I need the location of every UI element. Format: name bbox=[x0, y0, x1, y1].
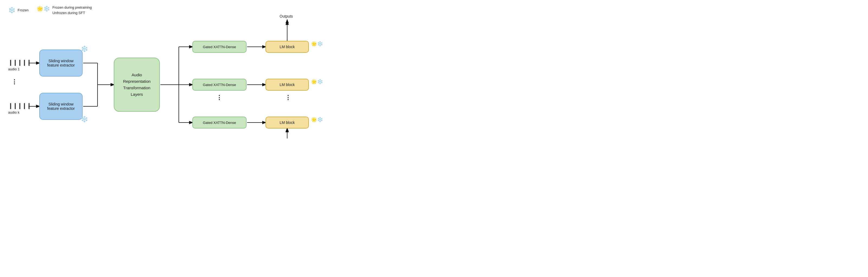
snowflake-sw2: ❄️ bbox=[81, 116, 88, 123]
waveform-audiok: ❙❙❙❙❙ bbox=[8, 102, 31, 109]
legend: ❄️ Frozen 🌟❄️ Frozen during pretrainingU… bbox=[8, 5, 92, 15]
sw-box-1: Sliding window feature extractor bbox=[39, 49, 83, 76]
audiok-label: audio k bbox=[8, 110, 20, 114]
lm-box-1: LM block bbox=[266, 41, 309, 53]
legend-frozen-pretrain: 🌟❄️ Frozen during pretrainingUnfrozen du… bbox=[37, 5, 92, 15]
gated-box-1: Gated XATTN-Dense bbox=[192, 41, 247, 53]
waveform-audio1: ❙❙❙❙❙ bbox=[8, 59, 31, 66]
frozen-pretrain-label: Frozen during pretrainingUnfrozen during… bbox=[52, 5, 92, 15]
lm-box-2: LM block bbox=[266, 79, 309, 91]
diagram: ❄️ Frozen 🌟❄️ Frozen during pretrainingU… bbox=[0, 0, 434, 139]
lm-box-3-label: LM block bbox=[280, 120, 295, 125]
snowflake-sw1: ❄️ bbox=[81, 45, 88, 53]
art-box-label: Audio Representation Transformation Laye… bbox=[123, 72, 151, 98]
frozen-icon: ❄️ bbox=[8, 7, 16, 14]
gated-box-1-label: Gated XATTN-Dense bbox=[203, 45, 236, 49]
sw-box-2-label: Sliding window feature extractor bbox=[47, 102, 75, 111]
art-box: Audio Representation Transformation Laye… bbox=[114, 58, 160, 112]
audio1-label: audio 1 bbox=[8, 67, 20, 71]
fire-snowflake-lm2: 🌟❄️ bbox=[311, 79, 323, 85]
fire-snowflake-lm1: 🌟❄️ bbox=[311, 41, 323, 47]
gated-box-2-label: Gated XATTN-Dense bbox=[203, 83, 236, 87]
dots-lm: ⋮ bbox=[285, 94, 291, 101]
outputs-label: Outputs bbox=[280, 14, 293, 19]
gated-box-3-label: Gated XATTN-Dense bbox=[203, 120, 236, 125]
gated-box-2: Gated XATTN-Dense bbox=[192, 79, 247, 91]
fire-snowflake-lm3: 🌟❄️ bbox=[311, 116, 323, 123]
lm-box-3: LM block bbox=[266, 116, 309, 129]
gated-box-3: Gated XATTN-Dense bbox=[192, 116, 247, 129]
lm-box-1-label: LM block bbox=[280, 45, 295, 49]
sw-box-1-label: Sliding window feature extractor bbox=[47, 59, 75, 67]
dots-gated: ⋮ bbox=[216, 94, 222, 101]
legend-frozen: ❄️ Frozen bbox=[8, 7, 28, 14]
dots-audio: ⋮ bbox=[11, 78, 17, 85]
lm-box-2-label: LM block bbox=[280, 82, 295, 87]
sw-box-2: Sliding window feature extractor bbox=[39, 93, 83, 120]
frozen-pretrain-icon: 🌟❄️ bbox=[37, 5, 50, 12]
frozen-label: Frozen bbox=[18, 8, 28, 12]
